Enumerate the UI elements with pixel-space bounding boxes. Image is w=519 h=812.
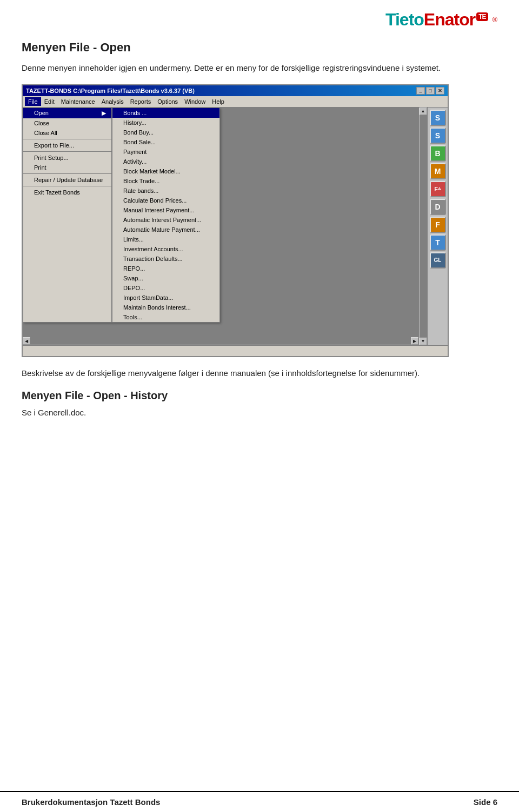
submenu-item-payment[interactable]: Payment xyxy=(112,147,219,157)
submenu-item-import[interactable]: Import StamData... xyxy=(112,293,219,303)
sidebar-icon-s2[interactable]: S xyxy=(430,127,446,144)
menu-window[interactable]: Window xyxy=(181,97,209,106)
hscroll-track xyxy=(30,337,411,345)
sidebar-icon-f[interactable]: F xyxy=(430,217,446,233)
menu-reports[interactable]: Reports xyxy=(127,97,155,106)
menu-item-export[interactable]: Export to File... xyxy=(23,140,111,150)
submenu-item-calc-bond[interactable]: Calculate Bond Prices... xyxy=(112,196,219,205)
open-submenu: Bonds ... History... Bond Buy... Bond Sa… xyxy=(112,108,220,323)
submenu-item-block-market[interactable]: Block Market Model... xyxy=(112,166,219,176)
menu-help[interactable]: Help xyxy=(209,97,228,106)
menu-item-print[interactable]: Print xyxy=(23,163,111,172)
sidebar-icon-t[interactable]: T xyxy=(430,234,446,251)
logo-registered: ® xyxy=(492,16,497,24)
menu-maintenance[interactable]: Maintenance xyxy=(58,97,98,106)
submenu-item-repo[interactable]: REPO... xyxy=(112,264,219,273)
footer-right: Side 6 xyxy=(474,797,497,807)
scroll-track xyxy=(420,115,427,338)
submenu-item-investment[interactable]: Investment Accounts... xyxy=(112,244,219,254)
section2-title: Menyen File - Open - History xyxy=(22,390,497,402)
scroll-down[interactable]: ▼ xyxy=(420,338,427,345)
win-menubar: File Edit Maintenance Analysis Reports O… xyxy=(23,96,448,108)
submenu-item-rate-bands[interactable]: Rate bands... xyxy=(112,186,219,196)
sidebar-icon-fa[interactable]: FA xyxy=(430,181,446,197)
win-close-btn[interactable]: ✕ xyxy=(436,87,444,95)
win-statusbar xyxy=(23,345,448,356)
statusbar-text xyxy=(25,348,26,354)
logo-part1: Tieto xyxy=(385,10,424,29)
win-maximize-btn[interactable]: □ xyxy=(426,87,435,95)
windows-screenshot: TAZETT-BONDS C:\Program Files\Tazett\Bon… xyxy=(22,84,449,357)
submenu-item-block-trade[interactable]: Block Trade... xyxy=(112,176,219,186)
win-titlebar: TAZETT-BONDS C:\Program Files\Tazett\Bon… xyxy=(23,85,448,96)
separator3 xyxy=(23,173,111,174)
menu-options[interactable]: Options xyxy=(154,97,181,106)
win-titlebar-buttons: _ □ ✕ xyxy=(416,87,444,95)
dropdown-overlay: Open ▶ Close Close All Export to File...… xyxy=(23,108,220,323)
scroll-right[interactable]: ▶ xyxy=(411,337,418,345)
win-body: Open ▶ Close Close All Export to File...… xyxy=(23,108,448,345)
separator4 xyxy=(23,186,111,186)
submenu-item-tools[interactable]: Tools... xyxy=(112,312,219,322)
footer-left: Brukerdokumentasjon Tazett Bonds xyxy=(22,797,160,807)
logo-part2: Enator xyxy=(424,10,475,29)
win-hscrollbar: ◀ ▶ xyxy=(23,337,418,345)
separator2 xyxy=(23,151,111,152)
submenu-item-auto-interest[interactable]: Automatic Interest Payment... xyxy=(112,215,219,225)
sidebar-icon-b[interactable]: B xyxy=(430,145,446,162)
section1-desc: Denne menyen inneholder igjen en underme… xyxy=(22,62,497,75)
submenu-item-maintain[interactable]: Maintain Bonds Interest... xyxy=(112,303,219,312)
page-footer: Brukerdokumentasjon Tazett Bonds Side 6 xyxy=(0,791,519,812)
sidebar-icon-s1[interactable]: S xyxy=(430,110,446,126)
win-main-area: Open ▶ Close Close All Export to File...… xyxy=(23,108,427,345)
submenu-item-limits[interactable]: Limits... xyxy=(112,234,219,244)
file-menu-dropdown: Open ▶ Close Close All Export to File...… xyxy=(23,108,112,323)
logo-badge: TE xyxy=(476,12,488,21)
submenu-item-manual-interest[interactable]: Manual Interest Payment... xyxy=(112,205,219,215)
menu-item-repair[interactable]: Repair / Update Database xyxy=(23,175,111,185)
scroll-up[interactable]: ▲ xyxy=(420,108,427,115)
menu-item-print-setup[interactable]: Print Setup... xyxy=(23,153,111,163)
page-header: TietoEnatorTE ® xyxy=(0,0,519,35)
sidebar-icon-m[interactable]: M xyxy=(430,163,446,179)
menu-item-open[interactable]: Open ▶ xyxy=(23,108,111,118)
logo-text: TietoEnatorTE xyxy=(385,10,492,29)
submenu-item-depo[interactable]: DEPO... xyxy=(112,283,219,293)
submenu-item-activity[interactable]: Activity... xyxy=(112,157,219,166)
win-minimize-btn[interactable]: _ xyxy=(416,87,425,95)
sidebar-icon-d[interactable]: D xyxy=(430,199,446,215)
menu-edit[interactable]: Edit xyxy=(41,97,58,106)
scroll-left[interactable]: ◀ xyxy=(23,337,30,345)
section2-text: Se i Generell.doc. xyxy=(22,406,497,419)
submenu-item-bonds[interactable]: Bonds ... xyxy=(112,108,219,118)
desc-text: Beskrivelse av de forskjellige menyvalge… xyxy=(22,367,497,380)
submenu-item-history[interactable]: History... xyxy=(112,118,219,127)
win-scrollbar: ▲ ▼ xyxy=(418,108,427,345)
menu-item-exit[interactable]: Exit Tazett Bonds xyxy=(23,187,111,197)
menu-item-close[interactable]: Close xyxy=(23,118,111,128)
submenu-item-bond-buy[interactable]: Bond Buy... xyxy=(112,127,219,137)
menu-item-close-all[interactable]: Close All xyxy=(23,128,111,138)
submenu-item-bond-sale[interactable]: Bond Sale... xyxy=(112,137,219,147)
separator1 xyxy=(23,139,111,139)
win-title: TAZETT-BONDS C:\Program Files\Tazett\Bon… xyxy=(26,88,195,94)
win-sidebar-icons: S S B M FA D F T GL xyxy=(427,108,448,345)
page-content: Menyen File - Open Denne menyen innehold… xyxy=(0,35,519,461)
menu-analysis[interactable]: Analysis xyxy=(98,97,127,106)
submenu-item-auto-mature[interactable]: Automatic Mature Payment... xyxy=(112,225,219,234)
section1-title: Menyen File - Open xyxy=(22,41,497,55)
submenu-item-transaction[interactable]: Transaction Defaults... xyxy=(112,254,219,264)
logo: TietoEnatorTE ® xyxy=(385,10,497,30)
submenu-item-swap[interactable]: Swap... xyxy=(112,273,219,283)
menu-file[interactable]: File xyxy=(25,97,41,106)
sidebar-icon-gl[interactable]: GL xyxy=(430,252,446,269)
